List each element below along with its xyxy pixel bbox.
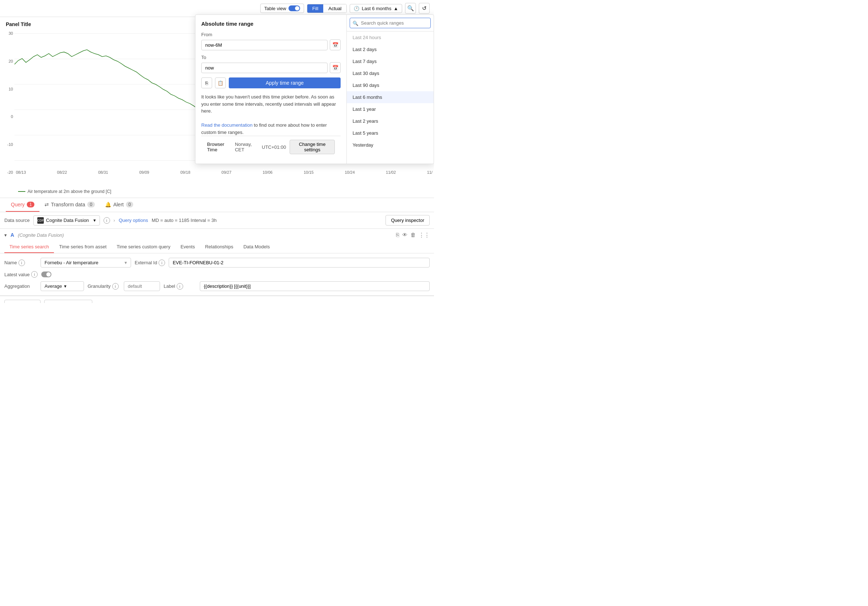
drag-handle[interactable]: ⋮⋮ bbox=[419, 232, 430, 238]
label-info-icon[interactable]: i bbox=[177, 283, 183, 290]
tp-from-input[interactable] bbox=[201, 40, 328, 50]
delete-query-button[interactable]: 🗑 bbox=[411, 232, 416, 238]
latest-value-toggle-knob bbox=[46, 272, 51, 277]
alert-icon: 🔔 bbox=[105, 201, 111, 208]
legend-label: Air temperature at 2m above the ground [… bbox=[28, 189, 111, 194]
time-picker-inner: Absolute time range From 📅 To 📅 ⎘ 📋 Appl… bbox=[195, 15, 434, 164]
actual-button[interactable]: Actual bbox=[323, 4, 346, 13]
range-item-last6m[interactable]: Last 6 months bbox=[347, 91, 434, 103]
tp-search-wrapper: 🔍 bbox=[350, 18, 431, 28]
legend-line bbox=[18, 191, 25, 192]
aggregation-label: Aggregation bbox=[4, 284, 37, 289]
latest-value-label: Latest value i bbox=[4, 271, 38, 277]
tab-query[interactable]: Query 1 bbox=[6, 198, 39, 212]
datasource-info-icon[interactable]: i bbox=[104, 217, 110, 224]
tp-right-panel: 🔍 Last 24 hours Last 2 days Last 7 days … bbox=[347, 15, 434, 164]
tp-copy-button[interactable]: ⎘ bbox=[201, 77, 212, 88]
tp-info-text: It looks like you haven't used this time… bbox=[201, 93, 341, 136]
inner-tab-data-models[interactable]: Data Models bbox=[238, 241, 275, 253]
tp-to-input[interactable] bbox=[201, 63, 328, 73]
tp-search-input[interactable] bbox=[350, 18, 431, 28]
ext-id-input[interactable] bbox=[169, 258, 430, 268]
recorded-query-button[interactable]: + Recorded query bbox=[44, 300, 93, 303]
table-view-toggle[interactable]: Table view bbox=[260, 4, 304, 13]
top-toolbar: Table view Fill Actual 🕐 Last 6 months ▲… bbox=[0, 0, 434, 17]
query-options-link[interactable]: Query options bbox=[119, 218, 148, 223]
aggregation-row: Aggregation Average ▾ Granularity i Labe… bbox=[4, 281, 430, 291]
refresh-button[interactable]: ↺ bbox=[419, 3, 430, 14]
datasource-icon: CDF bbox=[37, 217, 44, 224]
label-label: Label i bbox=[164, 283, 196, 290]
duplicate-query-button[interactable]: ⎘ bbox=[396, 232, 399, 238]
range-item-yesterday[interactable]: Yesterday bbox=[347, 139, 434, 151]
collapse-button[interactable]: ▾ bbox=[4, 232, 7, 238]
range-item-last24h[interactable]: Last 24 hours bbox=[347, 31, 434, 43]
search-icon: 🔍 bbox=[353, 20, 358, 26]
tp-action-row: ⎘ 📋 Apply time range bbox=[201, 77, 341, 88]
aggregation-select[interactable]: Average ▾ bbox=[40, 281, 84, 291]
query-section-a: ▾ A (Cognite Data Fusion) ⎘ 👁 🗑 ⋮⋮ Time … bbox=[0, 229, 434, 296]
query-tabs: Query 1 ⇄ Transform data 0 🔔 Alert 0 bbox=[0, 198, 434, 212]
inner-tab-time-series-search[interactable]: Time series search bbox=[4, 241, 54, 253]
chevron-up-icon: ▲ bbox=[394, 6, 398, 11]
name-select-arrow: ▾ bbox=[124, 260, 127, 265]
range-item-last90d[interactable]: Last 90 days bbox=[347, 79, 434, 91]
query-inspector-button[interactable]: Query inspector bbox=[386, 215, 430, 226]
query-section-header: ▾ A (Cognite Data Fusion) ⎘ 👁 🗑 ⋮⋮ bbox=[0, 229, 434, 241]
zoom-button[interactable]: 🔍 bbox=[405, 3, 416, 14]
chevron-down-icon: ▾ bbox=[93, 218, 96, 223]
time-picker-overlay: Absolute time range From 📅 To 📅 ⎘ 📋 Appl… bbox=[195, 14, 434, 164]
inner-tab-events[interactable]: Events bbox=[175, 241, 200, 253]
refresh-icon: ↺ bbox=[422, 5, 427, 12]
range-item-last5y[interactable]: Last 5 years bbox=[347, 127, 434, 139]
range-item-last2y[interactable]: Last 2 years bbox=[347, 115, 434, 127]
tp-doc-link[interactable]: Read the documentation bbox=[201, 122, 253, 128]
inner-tab-custom-query[interactable]: Time series custom query bbox=[112, 241, 175, 253]
tp-to-row: 📅 bbox=[201, 62, 341, 73]
name-select[interactable]: Fornebu - Air temperature ▾ bbox=[40, 258, 131, 268]
chart-y-labels: 30 20 10 0 -10 -20 bbox=[0, 30, 14, 176]
range-item-last7d[interactable]: Last 7 days bbox=[347, 56, 434, 67]
tp-apply-button[interactable]: Apply time range bbox=[229, 77, 341, 88]
range-item-last30d[interactable]: Last 30 days bbox=[347, 67, 434, 79]
name-row: Name i Fornebu - Air temperature ▾ Exter… bbox=[4, 258, 430, 268]
latest-value-toggle[interactable] bbox=[41, 271, 51, 277]
fill-button[interactable]: Fill bbox=[307, 4, 324, 13]
tp-paste-button[interactable]: 📋 bbox=[215, 77, 226, 88]
add-query-button[interactable]: + Add query bbox=[4, 300, 40, 303]
toggle-knob bbox=[295, 6, 299, 11]
table-view-switch[interactable] bbox=[288, 5, 300, 11]
table-view-label: Table view bbox=[264, 6, 286, 11]
hide-query-button[interactable]: 👁 bbox=[402, 232, 408, 238]
label-input[interactable] bbox=[200, 281, 430, 291]
tab-transform[interactable]: ⇄ Transform data 0 bbox=[39, 198, 100, 212]
tp-timezone: Norway, CET bbox=[235, 141, 258, 152]
name-label: Name i bbox=[4, 260, 37, 266]
clock-icon: 🕐 bbox=[353, 6, 360, 11]
range-item-last1y[interactable]: Last 1 year bbox=[347, 103, 434, 115]
tab-alert-label: Alert bbox=[113, 201, 124, 208]
time-range-button[interactable]: 🕐 Last 6 months ▲ bbox=[350, 4, 402, 13]
tp-change-settings-button[interactable]: Change time settings bbox=[290, 140, 335, 154]
latest-value-info-icon[interactable]: i bbox=[31, 271, 38, 277]
inner-tab-relationships[interactable]: Relationships bbox=[200, 241, 238, 253]
granularity-input[interactable] bbox=[124, 281, 160, 291]
inner-tab-from-asset[interactable]: Time series from asset bbox=[54, 241, 112, 253]
tab-alert[interactable]: 🔔 Alert 0 bbox=[100, 198, 138, 212]
ext-id-info-icon[interactable]: i bbox=[158, 260, 165, 266]
granularity-info-icon[interactable]: i bbox=[112, 283, 119, 290]
tp-title: Absolute time range bbox=[201, 21, 341, 27]
range-item-last2d[interactable]: Last 2 days bbox=[347, 43, 434, 56]
tab-alert-badge: 0 bbox=[126, 201, 133, 208]
tp-from-row: 📅 bbox=[201, 39, 341, 50]
query-a-sublabel: (Cognite Data Fusion) bbox=[18, 232, 64, 238]
tp-browser-time-label: Browser Time bbox=[207, 141, 231, 152]
name-info-icon[interactable]: i bbox=[19, 260, 25, 266]
tab-query-badge: 1 bbox=[27, 201, 34, 208]
datasource-select[interactable]: CDF Cognite Data Fusion ▾ bbox=[33, 215, 100, 226]
tp-to-calendar-button[interactable]: 📅 bbox=[330, 62, 341, 73]
tp-from-calendar-button[interactable]: 📅 bbox=[330, 39, 341, 50]
tab-transform-label: Transform data bbox=[51, 201, 85, 208]
query-form-area: Name i Fornebu - Air temperature ▾ Exter… bbox=[0, 253, 434, 295]
fill-actual-toggle: Fill Actual bbox=[307, 4, 347, 13]
